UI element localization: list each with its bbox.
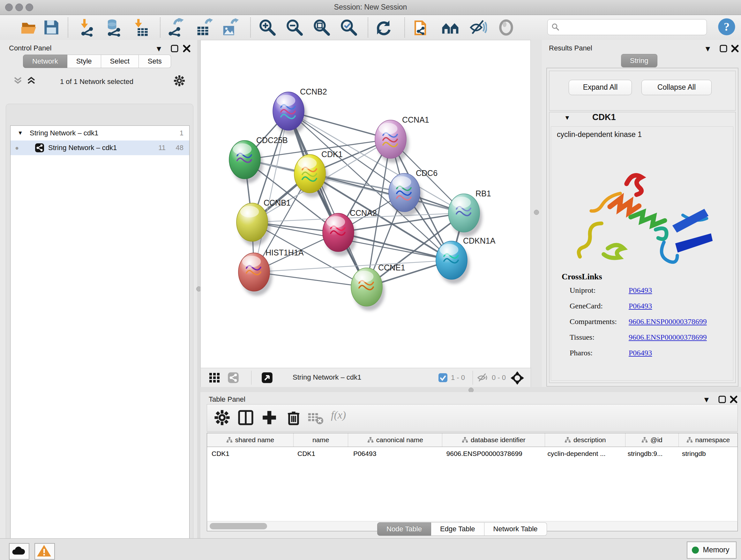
results-panel-close-icon[interactable] [731, 44, 739, 53]
help-icon[interactable]: ? [718, 17, 736, 36]
hidden-count-eye-icon[interactable] [476, 373, 488, 383]
add-column-icon[interactable] [261, 410, 277, 426]
network-edge[interactable] [288, 111, 367, 287]
network-node-label: CCNB2 [300, 87, 327, 96]
network-canvas[interactable]: CCNB2CCNA1CDC25BCDK1CDC6RB1CCNB1CCNA2CDK… [200, 40, 531, 368]
collapse-all-button[interactable]: Collapse All [642, 80, 712, 95]
table-tabs: Node Table Edge Table Network Table [377, 522, 547, 536]
crosslink-link[interactable]: P06493 [629, 302, 652, 310]
cell-shared-name[interactable]: CDK1 [207, 447, 293, 460]
column-header-description[interactable]: description [545, 433, 625, 447]
network-tree-row-selected[interactable]: ● String Network – cdk1 11 48 [10, 140, 189, 155]
column-type-icon [564, 437, 571, 443]
warning-status-button[interactable] [35, 543, 55, 560]
column-header-shared-name[interactable]: shared name [207, 433, 293, 447]
zoom-in-icon[interactable] [258, 18, 277, 37]
control-panel-maximize-icon[interactable] [171, 44, 179, 53]
node-gloss [277, 95, 295, 106]
zoom-out-icon[interactable] [285, 18, 304, 37]
table-panel-maximize-icon[interactable] [718, 395, 726, 403]
function-builder-icon[interactable]: f(x) [331, 409, 346, 421]
import-network-from-database-icon[interactable] [105, 18, 123, 37]
network-node-label: CCNB1 [264, 198, 291, 207]
table-gear-icon[interactable] [214, 410, 230, 426]
tree-expander-icon[interactable]: ▼ [17, 126, 23, 140]
crosslink-link[interactable]: P06493 [629, 286, 652, 295]
pan-crosshair-icon[interactable] [510, 371, 524, 385]
cell-name[interactable]: CDK1 [293, 447, 349, 460]
results-panel-maximize-icon[interactable] [719, 44, 728, 53]
collapse-all-networks-icon[interactable] [13, 76, 23, 85]
string-home-icon[interactable] [441, 18, 460, 37]
column-header-id[interactable]: @id [625, 433, 678, 447]
delete-column-icon[interactable] [286, 410, 301, 426]
network-tree-root-row[interactable]: ▼ String Network – cdk1 1 [10, 126, 189, 140]
grid-view-icon[interactable] [209, 373, 220, 383]
column-header-namespace[interactable]: namespace [679, 433, 738, 447]
tab-edge-table[interactable]: Edge Table [431, 522, 484, 536]
select-columns-icon[interactable] [238, 410, 254, 426]
cloud-status-button[interactable] [9, 543, 29, 560]
left-splitter[interactable] [197, 40, 200, 538]
crosslink-row: Tissues:9606.ENSP00000378699 [569, 333, 732, 341]
cdk1-entry-title: CDK1 [592, 112, 616, 122]
table-panel-close-icon[interactable] [730, 395, 738, 403]
main-toolbar: ? [0, 15, 741, 40]
import-string-network-icon[interactable] [413, 18, 431, 37]
expand-all-networks-icon[interactable] [26, 76, 37, 85]
network-options-gear-icon[interactable] [174, 75, 185, 86]
right-splitter-grip[interactable] [534, 210, 539, 215]
zoom-fit-content-icon[interactable] [313, 18, 331, 37]
open-session-icon[interactable] [20, 18, 38, 37]
node-gloss [355, 271, 374, 282]
hide-selection-icon[interactable] [468, 18, 487, 37]
crosslink-link[interactable]: 9606.ENSP00000378699 [629, 317, 707, 326]
column-header-name[interactable]: name [293, 433, 348, 447]
node-gloss [440, 244, 459, 255]
crosslink-link[interactable]: 9606.ENSP00000378699 [629, 333, 707, 341]
tab-style[interactable]: Style [67, 55, 101, 68]
tab-node-table[interactable]: Node Table [377, 522, 431, 536]
table-scrollbar-thumb[interactable] [210, 523, 267, 530]
table-panel-float-icon[interactable]: ▼ [703, 396, 711, 403]
export-network-icon[interactable] [166, 18, 185, 37]
zoom-selected-region-icon[interactable] [340, 18, 358, 37]
cell-description[interactable]: cyclin-dependent ... [543, 447, 623, 460]
tab-sets[interactable]: Sets [139, 55, 171, 68]
birds-eye-view-icon[interactable] [261, 372, 273, 383]
window-title: Session: New Session [0, 3, 741, 11]
import-network-from-file-icon[interactable] [78, 18, 96, 37]
tab-network-table[interactable]: Network Table [484, 522, 547, 536]
import-table-from-file-icon[interactable] [131, 18, 150, 37]
cell-database-identifier[interactable]: 9606.ENSP00000378699 [442, 447, 543, 460]
cell-canonical-name[interactable]: P06493 [349, 447, 442, 460]
cell-namespace[interactable]: stringdb [677, 447, 738, 460]
control-panel-close-icon[interactable] [183, 44, 191, 53]
memory-button[interactable]: Memory [687, 542, 737, 559]
right-splitter[interactable] [530, 40, 542, 387]
expand-all-button[interactable]: Expand All [569, 80, 632, 95]
tab-network[interactable]: Network [23, 55, 67, 68]
control-panel-float-icon[interactable]: ▼ [155, 45, 163, 53]
show-selection-icon[interactable] [497, 18, 515, 37]
tab-select[interactable]: Select [101, 55, 139, 68]
selected-count-checkbox-icon[interactable] [438, 373, 448, 382]
column-header-canonical-name[interactable]: canonical name [348, 433, 442, 447]
export-table-icon[interactable] [194, 18, 213, 37]
crosslink-link[interactable]: P06493 [629, 349, 652, 357]
network-collection-label: String Network – cdk1 [30, 126, 98, 140]
network-view-icon[interactable] [227, 372, 239, 383]
export-image-icon[interactable] [220, 18, 239, 37]
crosslink-row: Pharos:P06493 [569, 349, 732, 357]
cell-id[interactable]: stringdb:9... [623, 447, 677, 460]
network-node-label: CCNA2 [350, 208, 377, 217]
cdk1-collapse-icon[interactable]: ▼ [564, 114, 570, 121]
save-session-icon[interactable] [42, 18, 61, 37]
column-header-database-identifier[interactable]: database identifier [442, 433, 545, 447]
apply-preferred-layout-icon[interactable] [374, 18, 393, 37]
results-panel-float-icon[interactable]: ▼ [704, 45, 712, 53]
search-input[interactable] [562, 21, 703, 34]
delete-table-icon[interactable] [307, 410, 323, 426]
tab-string[interactable]: String [621, 54, 657, 67]
column-type-icon [367, 437, 374, 443]
